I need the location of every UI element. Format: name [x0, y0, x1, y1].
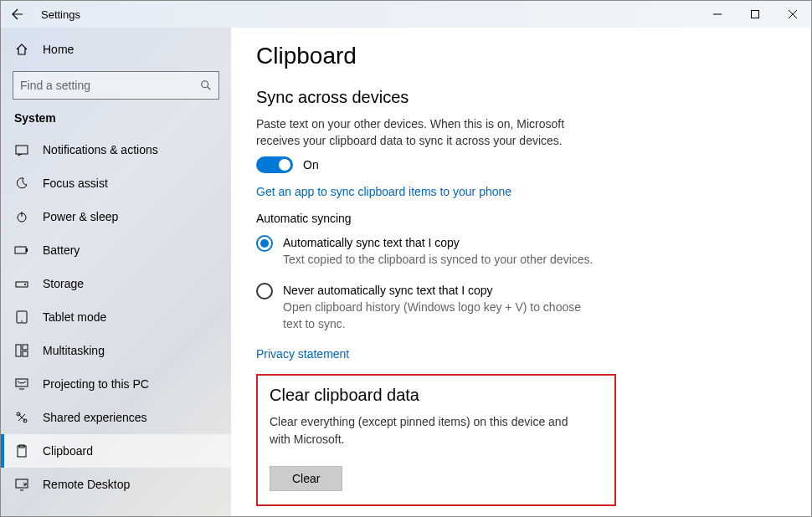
- privacy-link[interactable]: Privacy statement: [256, 347, 786, 361]
- nav-label: Focus assist: [43, 177, 108, 190]
- home-label: Home: [43, 43, 74, 56]
- radio2-label: Never automatically sync text that I cop…: [283, 284, 601, 297]
- tablet-icon: [14, 310, 29, 325]
- shared-icon: [14, 410, 29, 425]
- svg-rect-2: [16, 146, 28, 154]
- toggle-state-label: On: [303, 158, 319, 171]
- search-icon: [200, 79, 212, 91]
- svg-point-9: [21, 320, 23, 322]
- radio-button-icon: [256, 235, 273, 252]
- radio-auto-sync[interactable]: Automatically sync text that I copy Text…: [256, 235, 786, 268]
- window-title: Settings: [41, 8, 80, 21]
- search-box[interactable]: [13, 71, 219, 100]
- clipboard-icon: [14, 443, 29, 458]
- nav-label: Remote Desktop: [43, 478, 130, 491]
- projecting-icon: [14, 376, 29, 392]
- close-icon: [789, 10, 797, 18]
- sidebar-item-clipboard[interactable]: Clipboard: [1, 434, 231, 468]
- sidebar-item-power[interactable]: Power & sleep: [1, 200, 231, 233]
- nav-label: Battery: [43, 243, 80, 257]
- arrow-left-icon: [11, 8, 24, 21]
- auto-sync-label: Automatic syncing: [256, 212, 786, 225]
- nav-label: Multitasking: [43, 344, 105, 357]
- page-title: Clipboard: [256, 43, 786, 69]
- nav-label: Shared experiences: [43, 411, 147, 424]
- main-content: Clipboard Sync across devices Paste text…: [231, 28, 811, 516]
- home-icon: [14, 42, 29, 57]
- radio-never-sync[interactable]: Never automatically sync text that I cop…: [256, 283, 786, 333]
- maximize-icon: [751, 10, 759, 18]
- sidebar-item-notifications[interactable]: Notifications & actions: [1, 133, 231, 166]
- power-icon: [14, 209, 29, 224]
- clear-heading: Clear clipboard data: [270, 386, 603, 405]
- svg-rect-4: [15, 247, 26, 253]
- sidebar-item-projecting[interactable]: Projecting to this PC: [1, 367, 231, 401]
- notifications-icon: [14, 142, 29, 157]
- maximize-button[interactable]: [736, 1, 773, 28]
- radio1-sub: Text copied to the clipboard is synced t…: [283, 251, 593, 268]
- sidebar-item-storage[interactable]: Storage: [1, 267, 231, 300]
- svg-rect-5: [26, 248, 28, 252]
- nav-label: Notifications & actions: [43, 143, 158, 156]
- nav-label: Projecting to this PC: [43, 377, 149, 391]
- svg-rect-10: [16, 345, 21, 356]
- clear-button[interactable]: Clear: [270, 466, 342, 491]
- sync-heading: Sync across devices: [256, 88, 786, 107]
- sidebar-item-shared[interactable]: Shared experiences: [1, 401, 231, 434]
- remote-icon: [14, 477, 29, 492]
- titlebar: Settings: [1, 1, 811, 28]
- nav-label: Power & sleep: [43, 210, 118, 223]
- close-button[interactable]: [773, 1, 811, 28]
- svg-rect-11: [23, 345, 28, 350]
- back-button[interactable]: [1, 1, 34, 28]
- sync-toggle[interactable]: [256, 156, 293, 173]
- moon-icon: [14, 176, 29, 191]
- sync-description: Paste text on your other devices. When t…: [256, 115, 599, 150]
- get-app-link[interactable]: Get an app to sync clipboard items to yo…: [256, 185, 786, 198]
- battery-icon: [14, 243, 29, 258]
- sidebar-item-battery[interactable]: Battery: [1, 233, 231, 267]
- svg-point-7: [24, 284, 26, 285]
- svg-rect-0: [751, 11, 758, 18]
- minimize-icon: [713, 10, 722, 18]
- search-input[interactable]: [20, 79, 200, 92]
- nav-label: Storage: [43, 277, 84, 290]
- sidebar-item-focus-assist[interactable]: Focus assist: [1, 166, 231, 200]
- minimize-button[interactable]: [698, 1, 736, 28]
- nav-label: Clipboard: [43, 444, 93, 458]
- storage-icon: [14, 276, 29, 291]
- sidebar-item-tablet[interactable]: Tablet mode: [1, 300, 231, 334]
- radio2-sub: Open clipboard history (Windows logo key…: [283, 299, 601, 333]
- svg-rect-12: [23, 351, 28, 356]
- sidebar-item-remote[interactable]: Remote Desktop: [1, 468, 231, 501]
- radio1-label: Automatically sync text that I copy: [283, 236, 593, 249]
- home-nav[interactable]: Home: [1, 33, 231, 66]
- sidebar-item-multitasking[interactable]: Multitasking: [1, 334, 231, 367]
- clear-data-highlight: Clear clipboard data Clear everything (e…: [256, 374, 616, 506]
- multitasking-icon: [14, 343, 29, 358]
- sidebar: Home System Notifications & actions Focu…: [1, 28, 231, 516]
- section-header: System: [1, 108, 231, 133]
- toggle-knob: [279, 159, 290, 171]
- svg-point-1: [202, 81, 208, 88]
- radio-button-icon: [256, 283, 273, 299]
- nav-label: Tablet mode: [43, 310, 106, 324]
- clear-description: Clear everything (except pinned items) o…: [270, 413, 571, 448]
